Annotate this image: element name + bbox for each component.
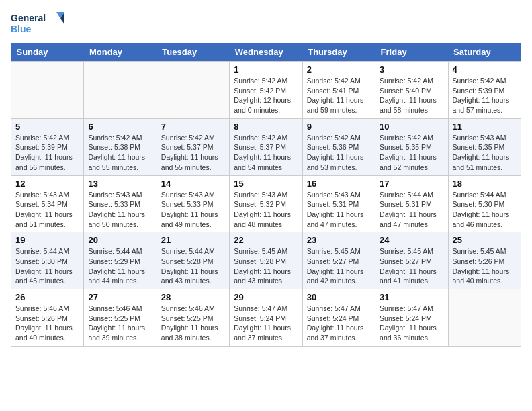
day-number: 25 bbox=[453, 235, 517, 245]
calendar-cell: 16Sunrise: 5:43 AMSunset: 5:31 PMDayligh… bbox=[302, 175, 375, 232]
calendar-cell: 10Sunrise: 5:42 AMSunset: 5:35 PMDayligh… bbox=[375, 118, 448, 175]
calendar-cell: 11Sunrise: 5:43 AMSunset: 5:35 PMDayligh… bbox=[448, 118, 521, 175]
calendar-cell: 18Sunrise: 5:44 AMSunset: 5:30 PMDayligh… bbox=[448, 175, 521, 232]
day-info: Sunrise: 5:45 AMSunset: 5:28 PMDaylight:… bbox=[234, 246, 298, 286]
day-info: Sunrise: 5:43 AMSunset: 5:33 PMDaylight:… bbox=[88, 190, 152, 230]
day-info: Sunrise: 5:45 AMSunset: 5:27 PMDaylight:… bbox=[380, 246, 443, 286]
svg-text:Blue: Blue bbox=[11, 24, 32, 34]
calendar-cell: 8Sunrise: 5:42 AMSunset: 5:37 PMDaylight… bbox=[230, 118, 302, 175]
day-header-tuesday: Tuesday bbox=[157, 43, 229, 62]
day-number: 22 bbox=[234, 235, 298, 245]
day-info: Sunrise: 5:43 AMSunset: 5:31 PMDaylight:… bbox=[307, 190, 371, 230]
calendar-cell: 24Sunrise: 5:45 AMSunset: 5:27 PMDayligh… bbox=[375, 232, 448, 289]
day-header-thursday: Thursday bbox=[302, 43, 375, 62]
day-info: Sunrise: 5:42 AMSunset: 5:35 PMDaylight:… bbox=[380, 133, 443, 173]
day-number: 4 bbox=[453, 64, 517, 75]
day-info: Sunrise: 5:44 AMSunset: 5:30 PMDaylight:… bbox=[453, 190, 517, 230]
day-number: 19 bbox=[15, 235, 79, 245]
day-number: 3 bbox=[380, 64, 443, 75]
calendar-cell: 31Sunrise: 5:47 AMSunset: 5:24 PMDayligh… bbox=[375, 289, 448, 347]
day-number: 24 bbox=[380, 235, 443, 245]
day-info: Sunrise: 5:42 AMSunset: 5:41 PMDaylight:… bbox=[307, 76, 371, 116]
calendar-cell: 23Sunrise: 5:45 AMSunset: 5:27 PMDayligh… bbox=[302, 232, 375, 289]
day-number: 11 bbox=[453, 122, 517, 132]
day-info: Sunrise: 5:47 AMSunset: 5:24 PMDaylight:… bbox=[234, 304, 298, 343]
calendar-cell: 3Sunrise: 5:42 AMSunset: 5:40 PMDaylight… bbox=[375, 62, 448, 119]
day-number: 26 bbox=[15, 292, 79, 302]
logo: General Blue bbox=[11, 11, 64, 38]
day-number: 23 bbox=[307, 235, 371, 245]
day-info: Sunrise: 5:42 AMSunset: 5:39 PMDaylight:… bbox=[453, 76, 517, 116]
day-number: 1 bbox=[234, 64, 298, 75]
day-number: 30 bbox=[307, 292, 371, 302]
logo-icon: General Blue bbox=[11, 11, 64, 38]
calendar-cell: 9Sunrise: 5:42 AMSunset: 5:36 PMDaylight… bbox=[302, 118, 375, 175]
calendar-cell: 12Sunrise: 5:43 AMSunset: 5:34 PMDayligh… bbox=[11, 175, 84, 232]
day-header-wednesday: Wednesday bbox=[230, 43, 302, 62]
day-info: Sunrise: 5:43 AMSunset: 5:35 PMDaylight:… bbox=[453, 133, 517, 173]
calendar-cell: 21Sunrise: 5:44 AMSunset: 5:28 PMDayligh… bbox=[157, 232, 229, 289]
day-number: 9 bbox=[307, 122, 371, 132]
day-number: 13 bbox=[88, 179, 152, 189]
week-row-1: 1Sunrise: 5:42 AMSunset: 5:42 PMDaylight… bbox=[11, 62, 521, 119]
svg-text:General: General bbox=[11, 13, 46, 24]
week-row-4: 19Sunrise: 5:44 AMSunset: 5:30 PMDayligh… bbox=[11, 232, 521, 289]
calendar-cell: 22Sunrise: 5:45 AMSunset: 5:28 PMDayligh… bbox=[230, 232, 302, 289]
day-header-friday: Friday bbox=[375, 43, 448, 62]
day-number: 5 bbox=[15, 122, 79, 132]
day-info: Sunrise: 5:44 AMSunset: 5:28 PMDaylight:… bbox=[161, 246, 225, 286]
day-info: Sunrise: 5:47 AMSunset: 5:24 PMDaylight:… bbox=[307, 304, 371, 343]
day-info: Sunrise: 5:45 AMSunset: 5:27 PMDaylight:… bbox=[307, 246, 371, 286]
day-info: Sunrise: 5:45 AMSunset: 5:26 PMDaylight:… bbox=[453, 246, 517, 286]
day-info: Sunrise: 5:44 AMSunset: 5:29 PMDaylight:… bbox=[88, 246, 152, 286]
day-header-monday: Monday bbox=[84, 43, 157, 62]
calendar-cell bbox=[84, 62, 157, 119]
calendar-cell: 17Sunrise: 5:44 AMSunset: 5:31 PMDayligh… bbox=[375, 175, 448, 232]
day-number: 17 bbox=[380, 179, 443, 189]
calendar-table: SundayMondayTuesdayWednesdayThursdayFrid… bbox=[11, 43, 521, 347]
day-number: 7 bbox=[161, 122, 225, 132]
calendar-cell: 4Sunrise: 5:42 AMSunset: 5:39 PMDaylight… bbox=[448, 62, 521, 119]
day-info: Sunrise: 5:44 AMSunset: 5:31 PMDaylight:… bbox=[380, 190, 443, 230]
calendar-cell: 1Sunrise: 5:42 AMSunset: 5:42 PMDaylight… bbox=[230, 62, 302, 119]
day-number: 20 bbox=[88, 235, 152, 245]
day-info: Sunrise: 5:43 AMSunset: 5:34 PMDaylight:… bbox=[15, 190, 79, 230]
day-number: 8 bbox=[234, 122, 298, 132]
calendar-cell: 30Sunrise: 5:47 AMSunset: 5:24 PMDayligh… bbox=[302, 289, 375, 347]
day-number: 14 bbox=[161, 179, 225, 189]
day-info: Sunrise: 5:42 AMSunset: 5:37 PMDaylight:… bbox=[161, 133, 225, 173]
day-info: Sunrise: 5:44 AMSunset: 5:30 PMDaylight:… bbox=[15, 246, 79, 286]
day-info: Sunrise: 5:43 AMSunset: 5:32 PMDaylight:… bbox=[234, 190, 298, 230]
day-number: 21 bbox=[161, 235, 225, 245]
day-header-sunday: Sunday bbox=[11, 43, 84, 62]
day-info: Sunrise: 5:42 AMSunset: 5:37 PMDaylight:… bbox=[234, 133, 298, 173]
day-info: Sunrise: 5:42 AMSunset: 5:42 PMDaylight:… bbox=[234, 76, 298, 116]
calendar-cell: 25Sunrise: 5:45 AMSunset: 5:26 PMDayligh… bbox=[448, 232, 521, 289]
calendar-cell: 20Sunrise: 5:44 AMSunset: 5:29 PMDayligh… bbox=[84, 232, 157, 289]
day-info: Sunrise: 5:42 AMSunset: 5:38 PMDaylight:… bbox=[88, 133, 152, 173]
day-info: Sunrise: 5:42 AMSunset: 5:40 PMDaylight:… bbox=[380, 76, 443, 116]
day-number: 15 bbox=[234, 179, 298, 189]
calendar-cell: 19Sunrise: 5:44 AMSunset: 5:30 PMDayligh… bbox=[11, 232, 84, 289]
day-number: 12 bbox=[15, 179, 79, 189]
day-info: Sunrise: 5:46 AMSunset: 5:25 PMDaylight:… bbox=[88, 304, 152, 343]
day-number: 16 bbox=[307, 179, 371, 189]
calendar-cell: 14Sunrise: 5:43 AMSunset: 5:33 PMDayligh… bbox=[157, 175, 229, 232]
day-info: Sunrise: 5:43 AMSunset: 5:33 PMDaylight:… bbox=[161, 190, 225, 230]
calendar-cell: 13Sunrise: 5:43 AMSunset: 5:33 PMDayligh… bbox=[84, 175, 157, 232]
page-header: General Blue bbox=[11, 11, 521, 38]
day-number: 28 bbox=[161, 292, 225, 302]
day-info: Sunrise: 5:46 AMSunset: 5:25 PMDaylight:… bbox=[161, 304, 225, 343]
day-number: 31 bbox=[380, 292, 443, 302]
days-header-row: SundayMondayTuesdayWednesdayThursdayFrid… bbox=[11, 43, 521, 62]
week-row-3: 12Sunrise: 5:43 AMSunset: 5:34 PMDayligh… bbox=[11, 175, 521, 232]
calendar-cell: 5Sunrise: 5:42 AMSunset: 5:39 PMDaylight… bbox=[11, 118, 84, 175]
calendar-cell: 27Sunrise: 5:46 AMSunset: 5:25 PMDayligh… bbox=[84, 289, 157, 347]
day-number: 10 bbox=[380, 122, 443, 132]
calendar-cell bbox=[11, 62, 84, 119]
day-info: Sunrise: 5:47 AMSunset: 5:24 PMDaylight:… bbox=[380, 304, 443, 343]
day-header-saturday: Saturday bbox=[448, 43, 521, 62]
calendar-cell: 28Sunrise: 5:46 AMSunset: 5:25 PMDayligh… bbox=[157, 289, 229, 347]
week-row-5: 26Sunrise: 5:46 AMSunset: 5:26 PMDayligh… bbox=[11, 289, 521, 347]
day-info: Sunrise: 5:42 AMSunset: 5:39 PMDaylight:… bbox=[15, 133, 79, 173]
